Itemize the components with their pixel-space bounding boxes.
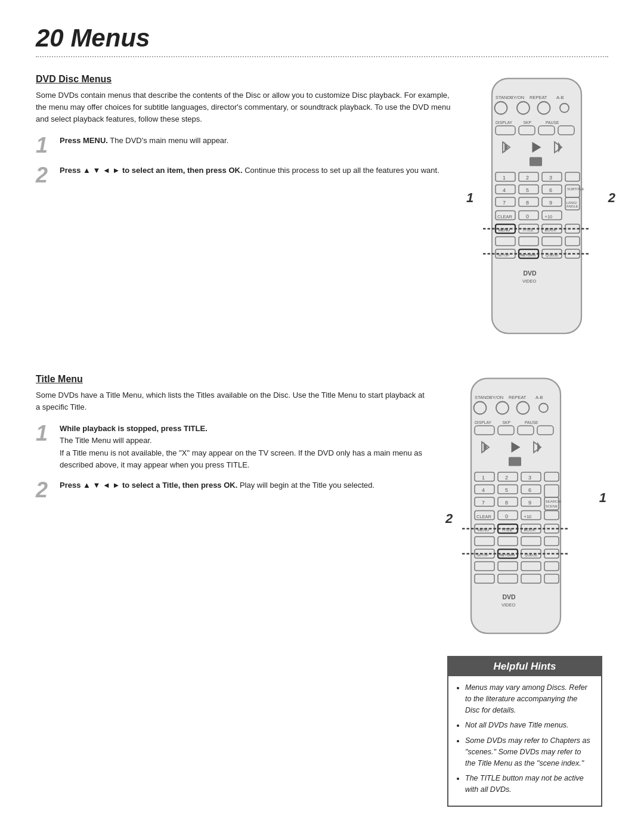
hint-item: Menus may vary among Discs. Refer to the… [465, 682, 593, 716]
svg-text:+10: +10 [524, 514, 532, 519]
dvd-disc-menus-intro: Some DVDs contain menus that describe th… [36, 89, 459, 125]
step-2-bold: Press ▲ ▼ ◄ ► to select a Title, then pr… [60, 481, 237, 490]
dvd-disc-menus-remote: 1 2 STANDBY/ON REPEAT A-B DISPLAY SKP PA… [477, 74, 608, 344]
dvd-disc-menus-heading: DVD Disc Menus [36, 74, 459, 85]
remote-label-2: 2 [608, 190, 615, 206]
remote-wrapper-2: 2 1 STANDBY/ON REPEAT A-B DISPLAY SKP PA… [462, 374, 593, 644]
svg-text:6: 6 [549, 187, 552, 193]
svg-text:4: 4 [482, 487, 485, 493]
svg-text:+10: +10 [545, 214, 553, 219]
svg-text:MENU: MENU [478, 528, 490, 532]
step-number-1: 1 [36, 423, 52, 444]
svg-text:SUBTITLE: SUBTITLE [567, 187, 584, 191]
svg-text:8: 8 [505, 500, 508, 506]
svg-text:4: 4 [503, 187, 506, 193]
hint-item: Not all DVDs have Title menus. [465, 720, 593, 731]
svg-text:7: 7 [503, 200, 506, 206]
svg-text:6: 6 [528, 487, 531, 493]
svg-text:STANDBY/ON: STANDBY/ON [496, 95, 524, 100]
svg-text:PAUSE: PAUSE [546, 120, 559, 125]
dvd-disc-menus-section: DVD Disc Menus Some DVDs contain menus t… [36, 74, 608, 344]
svg-text:DVD: DVD [524, 270, 537, 277]
remote-label-2: 2 [445, 511, 453, 527]
page-title: 20 Menus [36, 24, 608, 52]
svg-text:A-B: A-B [535, 395, 543, 400]
remote-label-1: 1 [599, 490, 606, 506]
step-1-bold: Press MENU. [60, 136, 108, 145]
svg-text:2: 2 [505, 475, 508, 481]
svg-rect-93 [509, 457, 521, 466]
svg-text:DISPLAY: DISPLAY [496, 120, 513, 125]
svg-text:VIDEO: VIDEO [522, 278, 537, 284]
step-2-bold: Press ▲ ▼ ◄ ► to select an item, then pr… [60, 166, 243, 175]
dotted-rule [36, 56, 608, 57]
title-menu-intro: Some DVDs have a Title Menu, which lists… [36, 389, 429, 413]
svg-text:5: 5 [505, 487, 508, 493]
svg-text:1: 1 [503, 175, 506, 181]
svg-text:CLEAR: CLEAR [476, 514, 492, 519]
title-menu-heading: Title Menu [36, 374, 429, 385]
remote-svg-1: STANDBY/ON REPEAT A-B DISPLAY SKP PAUSE [483, 74, 590, 342]
dvd-disc-menus-steps: 1 Press MENU. The DVD's main menu will a… [36, 135, 459, 186]
step-1-content: While playback is stopped, press TITLE. … [60, 423, 429, 471]
svg-text:DISPLAY: DISPLAY [475, 420, 492, 425]
step-item: 1 While playback is stopped, press TITLE… [36, 423, 429, 471]
svg-text:STANDBY/ON: STANDBY/ON [475, 395, 503, 400]
step-1-bold: While playback is stopped, press TITLE. [60, 424, 208, 433]
svg-text:A-B: A-B [556, 95, 564, 100]
step-item: 2 Press ▲ ▼ ◄ ► to select an item, then … [36, 165, 459, 186]
step-item: 1 Press MENU. The DVD's main menu will a… [36, 135, 459, 156]
dvd-disc-menus-text: DVD Disc Menus Some DVDs contain menus t… [36, 74, 459, 344]
step-item: 2 Press ▲ ▼ ◄ ► to select a Title, then … [36, 479, 429, 501]
svg-rect-20 [530, 157, 542, 166]
hint-item: The TITLE button may not be active with … [465, 773, 593, 795]
step-number-1: 1 [36, 135, 52, 156]
svg-text:9: 9 [528, 500, 531, 506]
hint-item: Some DVDs may refer to Chapters as "scen… [465, 735, 593, 769]
helpful-hints-content: Menus may vary among Discs. Refer to the… [448, 676, 601, 806]
svg-text:SEARCH/: SEARCH/ [546, 500, 562, 503]
svg-text:DVD: DVD [503, 593, 516, 600]
step-2-content: Press ▲ ▼ ◄ ► to select an item, then pr… [60, 165, 439, 177]
svg-text:7: 7 [482, 500, 485, 506]
helpful-hints-title: Helpful Hints [448, 657, 601, 676]
svg-text:1: 1 [482, 475, 485, 481]
svg-text:0: 0 [505, 513, 508, 519]
helpful-hints-box: Helpful Hints Menus may vary among Discs… [447, 656, 602, 807]
svg-text:REPEAT: REPEAT [509, 395, 527, 400]
svg-text:3: 3 [549, 175, 552, 181]
step-2-content: Press ▲ ▼ ◄ ► to select a Title, then pr… [60, 479, 374, 491]
remote-label-1: 1 [466, 190, 473, 206]
title-menu-text: Title Menu Some DVDs have a Title Menu, … [36, 374, 429, 509]
svg-text:8: 8 [526, 200, 529, 206]
svg-text:SKP: SKP [524, 120, 532, 125]
svg-text:REPEAT: REPEAT [530, 95, 547, 100]
svg-text:9: 9 [549, 200, 552, 206]
title-menu-remote-and-hints: 2 1 STANDBY/ON REPEAT A-B DISPLAY SKP PA… [447, 374, 608, 807]
svg-text:0: 0 [526, 213, 529, 219]
step-number-2: 2 [36, 165, 52, 186]
step-1-content: Press MENU. The DVD's main menu will app… [60, 135, 228, 147]
remote-wrapper-1: 1 2 STANDBY/ON REPEAT A-B DISPLAY SKP PA… [483, 74, 602, 344]
title-menu-section: Title Menu Some DVDs have a Title Menu, … [36, 374, 608, 807]
svg-text:ANGLE: ANGLE [566, 205, 578, 208]
helpful-hints-list: Menus may vary among Discs. Refer to the… [457, 682, 593, 795]
svg-text:SKP: SKP [503, 420, 511, 425]
remote-svg-2: STANDBY/ON REPEAT A-B DISPLAY SKP PAUSE [462, 374, 569, 642]
title-menu-steps: 1 While playback is stopped, press TITLE… [36, 423, 429, 501]
svg-text:SCENE: SCENE [546, 504, 558, 508]
svg-text:2: 2 [526, 175, 529, 181]
svg-text:3: 3 [528, 475, 531, 481]
svg-text:PAUSE: PAUSE [525, 420, 538, 425]
step-number-2: 2 [36, 479, 52, 501]
svg-text:MENU: MENU [499, 228, 510, 232]
svg-text:5: 5 [526, 187, 529, 193]
svg-text:CLEAR: CLEAR [497, 214, 513, 219]
svg-text:VIDEO: VIDEO [501, 602, 516, 608]
